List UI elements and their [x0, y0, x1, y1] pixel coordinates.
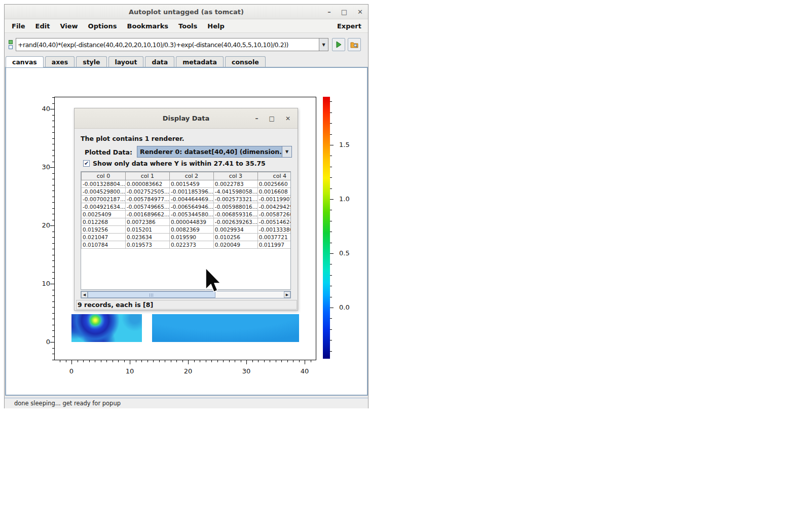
table-row[interactable]: 0.0122680.00723860.000044839-0.002639263…: [82, 218, 291, 226]
scrollbar-thumb[interactable]: [88, 291, 215, 298]
table-cell[interactable]: 0.010256: [213, 234, 257, 241]
uri-dropdown-button[interactable]: ▼: [319, 38, 328, 51]
table-cell[interactable]: -0.002752505...: [125, 188, 169, 196]
table-cell[interactable]: -0.001333864...: [257, 226, 291, 234]
table-cell[interactable]: 0.022373: [169, 241, 213, 249]
play-icon: [335, 41, 342, 48]
tab-style[interactable]: style: [76, 56, 106, 67]
close-icon[interactable]: ✕: [357, 9, 363, 15]
horizontal-scrollbar[interactable]: ◀ ▶: [81, 291, 291, 298]
column-header[interactable]: col 4: [257, 172, 291, 180]
table-cell[interactable]: 0.019573: [125, 241, 169, 249]
tab-data[interactable]: data: [145, 56, 174, 67]
table-cell[interactable]: -0.001185396...: [169, 188, 213, 196]
tab-metadata[interactable]: metadata: [176, 56, 224, 67]
table-cell[interactable]: 0.0016608: [257, 188, 291, 196]
table-cell[interactable]: 0.019590: [169, 234, 213, 241]
colorbar[interactable]: [323, 97, 330, 359]
chevron-down-icon[interactable]: ▼: [282, 146, 291, 157]
table-cell[interactable]: 0.0082369: [169, 226, 213, 234]
table-row[interactable]: 0.0107840.0195730.0223730.0200490.011997…: [82, 241, 291, 249]
dialog-close-icon[interactable]: ✕: [285, 115, 290, 122]
table-cell[interactable]: -0.004294298...: [257, 203, 291, 211]
table-cell[interactable]: -0.005749665...: [125, 203, 169, 211]
dialog-maximize-icon[interactable]: □: [269, 115, 275, 122]
records-count-text: 9 records, each is [8]: [77, 301, 153, 309]
table-cell[interactable]: -0.002639263...: [213, 218, 257, 226]
menu-tools[interactable]: Tools: [173, 20, 202, 32]
table-cell[interactable]: -0.001199077...: [257, 196, 291, 203]
table-cell[interactable]: -0.001328804...: [82, 180, 126, 188]
table-cell[interactable]: 0.000083662: [125, 180, 169, 188]
table-row[interactable]: -0.007002187...-0.005784977...-0.0044644…: [82, 196, 291, 203]
table-cell[interactable]: -0.005146240...: [257, 218, 291, 226]
filter-checkbox[interactable]: ✔: [83, 160, 90, 167]
canvas-pane[interactable]: 0102030400102030400.00.51.01.5 Display D…: [5, 67, 368, 396]
table-row[interactable]: 0.0025409-0.001689662...-0.005344580...-…: [82, 211, 291, 218]
table-row[interactable]: -0.004529800...-0.002752505...-0.0011853…: [82, 188, 291, 196]
table-cell[interactable]: -0.005872606...: [257, 211, 291, 218]
table-cell[interactable]: -0.004921634...: [82, 203, 126, 211]
table-row[interactable]: 0.0210470.0236340.0195900.0102560.003772…: [82, 234, 291, 241]
table-cell[interactable]: -0.007002187...: [82, 196, 126, 203]
table-cell[interactable]: 0.011997: [257, 241, 291, 249]
table-cell[interactable]: -0.006859316...: [213, 211, 257, 218]
column-header[interactable]: col 2: [169, 172, 213, 180]
table-row[interactable]: -0.004921634...-0.005749665...-0.0065649…: [82, 203, 291, 211]
table-cell[interactable]: -0.001689662...: [125, 211, 169, 218]
table-cell[interactable]: 0.023634: [125, 234, 169, 241]
maximize-icon[interactable]: □: [341, 9, 347, 15]
tab-canvas[interactable]: canvas: [6, 56, 44, 67]
scrollbar-track[interactable]: [88, 291, 284, 298]
tab-layout[interactable]: layout: [108, 56, 144, 67]
table-cell[interactable]: 0.021047: [82, 234, 126, 241]
table-cell[interactable]: -0.004464469...: [169, 196, 213, 203]
table-cell[interactable]: -0.002573321...: [213, 196, 257, 203]
menu-file[interactable]: File: [7, 20, 30, 32]
table-cell[interactable]: 0.0072386: [125, 218, 169, 226]
dialog-minimize-icon[interactable]: –: [255, 115, 259, 122]
tab-console[interactable]: console: [225, 56, 266, 67]
table-cell[interactable]: 0.0015459: [169, 180, 213, 188]
table-cell[interactable]: 0.0022783: [213, 180, 257, 188]
table-row[interactable]: 0.0192560.0152010.00823690.0029934-0.001…: [82, 226, 291, 234]
data-table-viewport[interactable]: col 0col 1col 2col 3col 4-0.001328804...…: [81, 171, 291, 290]
table-cell[interactable]: -0.006564946...: [169, 203, 213, 211]
scroll-left-icon[interactable]: ◀: [81, 291, 88, 298]
menu-view[interactable]: View: [55, 20, 83, 32]
column-header[interactable]: col 1: [125, 172, 169, 180]
column-header[interactable]: col 3: [213, 172, 257, 180]
uri-input[interactable]: [16, 38, 319, 51]
datasource-toggle-icon[interactable]: [8, 40, 14, 50]
table-cell[interactable]: 0.000044839: [169, 218, 213, 226]
menu-options[interactable]: Options: [83, 20, 122, 32]
table-cell[interactable]: 0.0025660: [257, 180, 291, 188]
table-cell[interactable]: -0.004529800...: [82, 188, 126, 196]
go-button[interactable]: [332, 38, 345, 51]
table-cell[interactable]: 0.015201: [125, 226, 169, 234]
menu-help[interactable]: Help: [202, 20, 229, 32]
table-cell[interactable]: -0.005344580...: [169, 211, 213, 218]
table-cell[interactable]: 0.020049: [213, 241, 257, 249]
plotted-data-combobox[interactable]: Renderer 0: dataset[40,40] (dimension...…: [137, 146, 292, 158]
table-cell[interactable]: -0.005784977...: [125, 196, 169, 203]
window-titlebar[interactable]: Autoplot untagged (as tomcat) – □ ✕: [5, 5, 368, 19]
menu-bookmarks[interactable]: Bookmarks: [122, 20, 174, 32]
menu-edit[interactable]: Edit: [30, 20, 55, 32]
column-header[interactable]: col 0: [82, 172, 126, 180]
table-row[interactable]: -0.001328804...0.0000836620.00154590.002…: [82, 180, 291, 188]
table-cell[interactable]: 0.010784: [82, 241, 126, 249]
tab-axes[interactable]: axes: [45, 56, 75, 67]
table-cell[interactable]: 0.0025409: [82, 211, 126, 218]
inspect-button[interactable]: [348, 38, 361, 51]
dialog-titlebar[interactable]: Display Data – □ ✕: [75, 108, 298, 129]
table-cell[interactable]: -4.041598058...: [213, 188, 257, 196]
scroll-right-icon[interactable]: ▶: [284, 291, 290, 298]
table-cell[interactable]: 0.0037721: [257, 234, 291, 241]
menu-expert[interactable]: Expert: [337, 22, 361, 30]
table-cell[interactable]: 0.0029934: [213, 226, 257, 234]
minimize-icon[interactable]: –: [327, 9, 331, 15]
table-cell[interactable]: 0.012268: [82, 218, 126, 226]
table-cell[interactable]: 0.019256: [82, 226, 126, 234]
table-cell[interactable]: -0.005988016...: [213, 203, 257, 211]
